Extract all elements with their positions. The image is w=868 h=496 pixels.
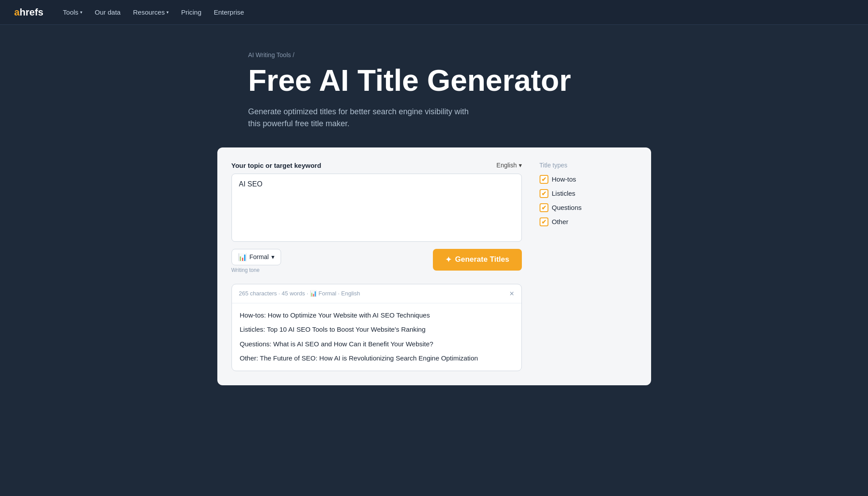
results-body: How-tos: How to Optimize Your Website wi…: [232, 303, 521, 371]
left-panel: Your topic or target keyword English ▾ A…: [231, 162, 522, 371]
title-types-label: Title types: [540, 162, 637, 169]
main-content: Your topic or target keyword English ▾ A…: [191, 147, 678, 412]
hero-section: AI Writing Tools / Free AI Title Generat…: [222, 25, 647, 147]
result-item: How-tos: How to Optimize Your Website wi…: [240, 310, 513, 321]
result-item: Questions: What is AI SEO and How Can it…: [240, 339, 513, 349]
writing-tone-label: Writing tone: [231, 267, 282, 273]
results-meta: 265 characters · 45 words · 📊 Formal · E…: [239, 290, 360, 297]
result-item: Listicles: Top 10 AI SEO Tools to Boost …: [240, 325, 513, 335]
type-label-other: Other: [552, 218, 569, 225]
input-label-row: Your topic or target keyword English ▾: [231, 162, 522, 169]
chevron-down-icon: ▾: [271, 253, 274, 260]
checkmark-icon: ✔: [541, 204, 547, 211]
keyword-label: Your topic or target keyword: [231, 162, 321, 169]
nav-item-tools[interactable]: Tools ▾: [58, 5, 88, 19]
result-item: Other: The Future of SEO: How AI is Revo…: [240, 353, 513, 364]
controls-row: 📊 Formal ▾ Writing tone ✦ Generate Title…: [231, 249, 522, 273]
chevron-down-icon: ▾: [80, 10, 82, 15]
page-title: Free AI Title Generator: [248, 64, 571, 97]
generate-label: Generate Titles: [455, 255, 509, 264]
keyword-input[interactable]: AI SEO: [239, 180, 514, 233]
language-selector[interactable]: English ▾: [497, 162, 522, 169]
logo[interactable]: ahrefs: [14, 7, 43, 18]
tone-selector[interactable]: 📊 Formal ▾: [231, 249, 282, 265]
title-type-howtos[interactable]: ✔ How-tos: [540, 175, 637, 184]
nav-item-enterprise[interactable]: Enterprise: [208, 5, 249, 19]
type-label-questions: Questions: [552, 204, 582, 211]
tool-container: Your topic or target keyword English ▾ A…: [217, 147, 651, 385]
checkmark-icon: ✔: [541, 190, 547, 197]
nav-item-ourdata[interactable]: Our data: [89, 5, 126, 19]
results-section: 265 characters · 45 words · 📊 Formal · E…: [231, 284, 522, 371]
logo-a: a: [14, 7, 19, 18]
chevron-down-icon: ▾: [519, 162, 522, 169]
type-label-howtos: How-tos: [552, 175, 576, 183]
checkmark-icon: ✔: [541, 176, 547, 183]
checkbox-listicles[interactable]: ✔: [540, 189, 548, 198]
checkbox-other[interactable]: ✔: [540, 217, 548, 226]
nav-item-resources[interactable]: Resources ▾: [127, 5, 174, 19]
close-button[interactable]: ×: [509, 290, 514, 298]
chevron-down-icon: ▾: [166, 10, 169, 15]
navbar: ahrefs Tools ▾ Our data Resources ▾ Pric…: [0, 0, 868, 25]
generate-button[interactable]: ✦ Generate Titles: [433, 249, 522, 271]
title-type-other[interactable]: ✔ Other: [540, 217, 637, 226]
checkbox-howtos[interactable]: ✔: [540, 175, 548, 184]
nav-items: Tools ▾ Our data Resources ▾ Pricing Ent…: [58, 5, 249, 19]
results-header: 265 characters · 45 words · 📊 Formal · E…: [232, 284, 521, 303]
generate-icon: ✦: [445, 255, 451, 264]
tone-label: Formal: [250, 253, 269, 260]
tone-section: 📊 Formal ▾ Writing tone: [231, 249, 282, 273]
language-value: English: [497, 162, 517, 169]
breadcrumb: AI Writing Tools /: [248, 51, 295, 58]
right-panel: Title types ✔ How-tos ✔ Listicles ✔ Ques…: [540, 162, 637, 371]
title-type-listicles[interactable]: ✔ Listicles: [540, 189, 637, 198]
type-label-listicles: Listicles: [552, 190, 575, 197]
subtitle: Generate optimized titles for better sea…: [248, 106, 478, 130]
logo-hrefs: hrefs: [19, 7, 43, 18]
checkmark-icon: ✔: [541, 218, 547, 225]
title-type-questions[interactable]: ✔ Questions: [540, 203, 637, 212]
keyword-textarea-wrapper: AI SEO: [231, 174, 522, 242]
tone-icon: 📊: [238, 253, 247, 261]
checkbox-questions[interactable]: ✔: [540, 203, 548, 212]
nav-item-pricing[interactable]: Pricing: [176, 5, 207, 19]
